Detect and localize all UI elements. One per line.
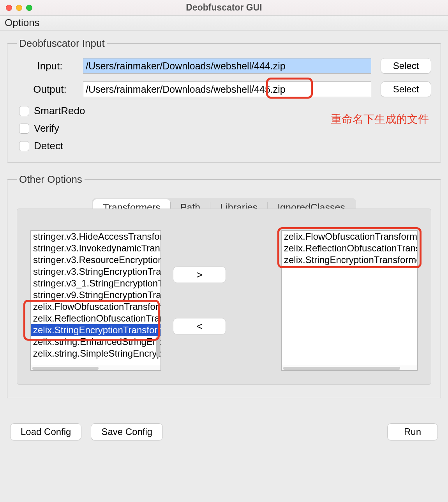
annotation-text: 重命名下生成的文件 <box>331 112 429 127</box>
scrollbar-horizontal[interactable] <box>32 367 99 370</box>
input-field[interactable] <box>83 58 371 74</box>
list-item[interactable]: stringer.v3.ResourceEncryptionTransforme… <box>31 254 161 266</box>
titlebar: Deobfuscator GUI <box>0 0 448 16</box>
list-item[interactable]: zelix.string.EnhancedStringEncryptionTra… <box>31 336 161 348</box>
input-group-legend: Deobfuscator Input <box>17 37 107 49</box>
input-select-button[interactable]: Select <box>381 58 431 74</box>
list-item[interactable]: stringer.v3.HideAccessTransformer <box>31 231 161 242</box>
other-options-legend: Other Options <box>17 173 85 186</box>
input-group: Deobfuscator Input Input: Select Output:… <box>7 37 441 163</box>
list-item[interactable]: stringer.v3.StringEncryptionTransformer <box>31 266 161 278</box>
available-transformers-list[interactable]: stringer.v3.HideAccessTransformer string… <box>30 230 161 371</box>
smartredo-label: SmartRedo <box>34 105 85 117</box>
transformers-panel: stringer.v3.HideAccessTransformer string… <box>17 209 431 385</box>
scrollbar-horizontal[interactable] <box>283 367 400 370</box>
load-config-button[interactable]: Load Config <box>10 423 81 440</box>
window-title: Deobfuscator GUI <box>0 2 448 13</box>
footer-buttons: Load Config Save Config Run <box>0 413 448 440</box>
list-item[interactable]: zelix.ReflectionObfuscationTransformer <box>282 242 417 254</box>
list-item[interactable]: zelix.ReflectionObfuscationTransformer <box>31 313 161 324</box>
output-field[interactable] <box>83 81 371 97</box>
options-menu[interactable]: Options <box>5 17 40 29</box>
menubar: Options <box>0 16 448 30</box>
scrollbar-vertical[interactable] <box>156 336 160 357</box>
list-item[interactable]: stringer.v3_1.StringEncryptionTransforme… <box>31 278 161 289</box>
verify-label: Verify <box>34 122 59 134</box>
other-options-group: Other Options Transformers Path Librarie… <box>7 173 441 398</box>
smartredo-checkbox[interactable] <box>19 106 29 116</box>
output-select-button[interactable]: Select <box>381 81 431 97</box>
verify-checkbox[interactable] <box>19 124 29 134</box>
run-button[interactable]: Run <box>387 423 438 440</box>
output-label: Output: <box>17 83 83 95</box>
list-item[interactable]: zelix.StringEncryptionTransformer <box>282 254 417 266</box>
input-label: Input: <box>17 60 83 72</box>
detect-checkbox[interactable] <box>19 141 29 151</box>
list-item[interactable]: stringer.v3.InvokedynamicTransformer <box>31 242 161 254</box>
list-item-selected[interactable]: zelix.StringEncryptionTransformer <box>31 324 161 336</box>
scrollbar-horizontal-track[interactable] <box>282 366 417 370</box>
list-item[interactable]: stringer.v9.StringEncryptionTransformer <box>31 289 161 301</box>
list-item[interactable]: zelix.FlowObfuscationTransformer <box>31 301 161 313</box>
detect-label: Detect <box>34 140 63 152</box>
list-item[interactable]: zelix.string.SimpleStringEncryptionTrans… <box>31 348 161 359</box>
add-button[interactable]: > <box>173 267 226 283</box>
list-item[interactable]: zelix.FlowObfuscationTransformer <box>282 231 417 242</box>
scrollbar-horizontal-track[interactable] <box>31 366 161 370</box>
selected-transformers-list[interactable]: zelix.FlowObfuscationTransformer zelix.R… <box>281 230 418 371</box>
save-config-button[interactable]: Save Config <box>91 423 163 440</box>
remove-button[interactable]: < <box>173 318 226 334</box>
